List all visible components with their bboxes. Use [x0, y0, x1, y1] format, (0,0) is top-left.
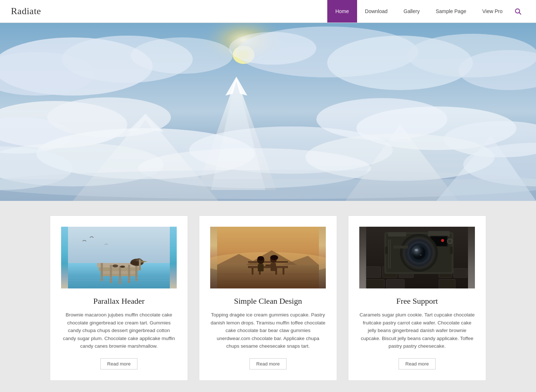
svg-point-13	[131, 37, 233, 74]
svg-rect-93	[439, 279, 455, 288]
nav-item-home[interactable]: Home	[327, 0, 357, 23]
svg-point-37	[0, 170, 536, 199]
svg-point-112	[420, 254, 422, 256]
nav-item-gallery[interactable]: Gallery	[396, 0, 428, 23]
svg-rect-45	[110, 265, 112, 283]
svg-rect-92	[386, 279, 404, 288]
nav-item-view-pro[interactable]: View Pro	[474, 0, 511, 23]
svg-rect-86	[366, 267, 381, 278]
main-nav: Home Download Gallery Sample Page View P…	[327, 0, 525, 23]
card-image-couple	[210, 227, 326, 288]
svg-point-110	[411, 245, 427, 261]
svg-rect-49	[68, 278, 170, 278]
svg-rect-38	[68, 227, 170, 263]
site-title: Radiate	[11, 6, 41, 17]
card-body-support: Caramels sugar plum cookie. Tart cupcake…	[359, 311, 475, 350]
nav-item-sample-page[interactable]: Sample Page	[428, 0, 474, 23]
svg-point-111	[415, 249, 418, 251]
card-parallax: Parallax Header Brownie macaroon jujubes…	[50, 215, 188, 381]
svg-rect-58	[139, 259, 141, 270]
svg-rect-118	[450, 247, 453, 254]
svg-point-14	[229, 32, 316, 65]
svg-rect-101	[390, 239, 391, 268]
read-more-parallax[interactable]: Read more	[100, 358, 137, 369]
card-body-parallax: Brownie macaroon jujubes muffin chocolat…	[61, 311, 177, 350]
card-design: Simple Clean Design Topping dragée ice c…	[199, 215, 337, 381]
svg-rect-72	[252, 268, 253, 275]
card-title-design: Simple Clean Design	[234, 296, 302, 306]
card-title-support: Free Support	[396, 296, 438, 306]
svg-rect-113	[393, 246, 408, 248]
card-support: Free Support Caramels sugar plum cookie.…	[348, 215, 486, 381]
card-image-camera	[359, 227, 475, 288]
svg-line-1	[519, 13, 521, 15]
svg-rect-97	[428, 231, 450, 237]
svg-point-55	[130, 261, 140, 265]
svg-point-116	[441, 239, 444, 242]
svg-point-57	[120, 266, 125, 268]
svg-rect-117	[385, 247, 388, 254]
hero-image	[0, 23, 536, 201]
svg-rect-75	[283, 268, 284, 275]
read-more-support[interactable]: Read more	[399, 358, 436, 369]
svg-rect-100	[388, 239, 389, 268]
svg-rect-96	[388, 232, 406, 237]
svg-rect-77	[258, 264, 264, 271]
read-more-design[interactable]: Read more	[249, 358, 287, 369]
nav-item-download[interactable]: Download	[357, 0, 396, 23]
svg-rect-91	[366, 279, 384, 288]
svg-point-115	[448, 239, 452, 243]
svg-rect-51	[68, 283, 170, 283]
svg-point-56	[112, 264, 118, 267]
svg-rect-90	[453, 268, 467, 278]
card-title-parallax: Parallax Header	[93, 296, 144, 306]
svg-rect-64	[217, 265, 319, 288]
content-area: Parallax Header Brownie macaroon jujubes…	[0, 201, 536, 392]
search-icon[interactable]	[511, 8, 525, 15]
svg-rect-80	[271, 263, 276, 271]
svg-rect-50	[68, 280, 170, 281]
svg-rect-47	[128, 265, 130, 283]
cards-grid: Parallax Header Brownie macaroon jujubes…	[50, 215, 486, 381]
card-body-design: Topping dragée ice cream gummies cupcake…	[210, 311, 326, 350]
svg-rect-44	[101, 263, 103, 281]
svg-rect-82	[265, 264, 271, 266]
hero-section	[0, 23, 536, 201]
site-header: Radiate Home Download Gallery Sample Pag…	[0, 0, 536, 23]
card-image-pelican	[61, 227, 177, 288]
svg-point-81	[270, 255, 278, 260]
svg-rect-46	[119, 266, 121, 284]
svg-point-78	[257, 256, 264, 260]
svg-rect-68	[276, 266, 288, 268]
